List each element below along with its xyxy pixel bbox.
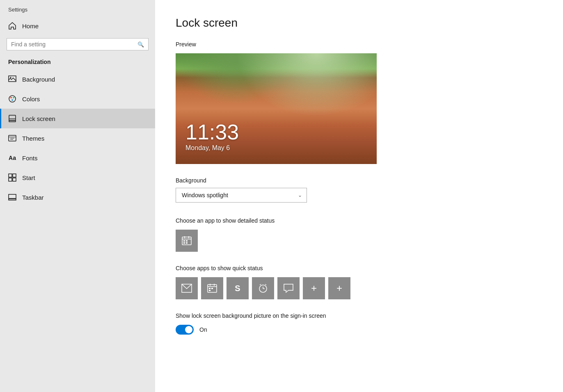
toggle-thumb	[185, 326, 192, 333]
svg-point-2	[9, 96, 16, 102]
sign-in-toggle-row: On	[176, 325, 542, 335]
background-dropdown[interactable]: Windows spotlight Picture Slideshow	[176, 188, 307, 203]
background-section: Background Windows spotlight Picture Sli…	[176, 177, 542, 203]
sidebar: Settings Home 🔍 Personalization Backgrou…	[0, 0, 155, 392]
svg-rect-26	[186, 242, 188, 244]
svg-rect-13	[9, 174, 12, 177]
svg-rect-32	[209, 288, 211, 289]
svg-point-1	[10, 77, 11, 78]
svg-rect-23	[183, 240, 185, 242]
sidebar-item-label: Start	[22, 174, 35, 181]
sidebar-item-taskbar[interactable]: Taskbar	[0, 187, 155, 207]
svg-rect-7	[9, 121, 16, 122]
svg-rect-14	[13, 174, 16, 177]
svg-rect-17	[9, 194, 16, 198]
lock-screen-icon	[8, 114, 16, 123]
alarms-app-button[interactable]	[252, 277, 274, 299]
add-app-button-1[interactable]: +	[303, 277, 325, 299]
preview-section: Preview 11:33 Monday, May 6	[176, 41, 542, 164]
sidebar-item-label: Fonts	[22, 155, 38, 162]
page-title: Lock screen	[176, 16, 542, 30]
sidebar-item-themes[interactable]: Themes	[0, 128, 155, 148]
themes-icon	[8, 134, 16, 142]
sidebar-item-home[interactable]: Home	[0, 17, 155, 35]
svg-rect-24	[186, 240, 188, 242]
mail-app-button[interactable]	[176, 277, 198, 299]
background-icon	[8, 75, 16, 83]
svg-rect-15	[9, 178, 12, 181]
quick-status-icons: S + +	[176, 277, 542, 299]
svg-line-38	[260, 284, 261, 285]
home-icon	[8, 22, 16, 30]
search-icon: 🔍	[137, 41, 144, 48]
add-app-button-2[interactable]: +	[328, 277, 350, 299]
sign-in-section: Show lock screen background picture on t…	[176, 312, 542, 335]
sidebar-item-label: Lock screen	[22, 115, 55, 122]
taskbar-icon	[8, 193, 16, 201]
search-input[interactable]	[11, 41, 134, 48]
svg-point-3	[10, 97, 12, 98]
preview-overlay: 11:33 Monday, May 6	[185, 121, 239, 152]
sign-in-toggle[interactable]	[176, 325, 194, 335]
background-label: Background	[176, 177, 542, 184]
sign-in-label: Show lock screen background picture on t…	[176, 312, 542, 319]
toggle-label: On	[199, 326, 207, 333]
quick-status-label: Choose apps to show quick status	[176, 265, 542, 271]
svg-rect-34	[209, 290, 211, 291]
quick-status-section: Choose apps to show quick status	[176, 265, 542, 299]
lock-screen-preview: 11:33 Monday, May 6	[176, 53, 377, 164]
calendar-app-button[interactable]	[176, 230, 198, 252]
svg-rect-6	[9, 115, 16, 121]
svg-rect-33	[211, 288, 213, 289]
sidebar-item-background[interactable]: Background	[0, 69, 155, 89]
sidebar-item-colors[interactable]: Colors	[0, 89, 155, 109]
main-content: Lock screen Preview 11:33 Monday, May 6 …	[155, 0, 563, 392]
sidebar-item-fonts[interactable]: Aa Fonts	[0, 148, 155, 168]
svg-rect-25	[183, 242, 185, 244]
sidebar-item-label: Themes	[22, 135, 44, 142]
preview-time: 11:33	[185, 121, 239, 143]
svg-rect-18	[9, 199, 16, 200]
calendar-quick-button[interactable]	[201, 277, 223, 299]
preview-date: Monday, May 6	[185, 144, 239, 152]
personalization-label: Personalization	[0, 55, 155, 69]
svg-rect-16	[13, 178, 16, 181]
app-title: Settings	[0, 0, 155, 17]
fonts-icon: Aa	[8, 154, 16, 162]
skype-app-button[interactable]: S	[227, 277, 249, 299]
background-dropdown-wrapper: Windows spotlight Picture Slideshow ⌄	[176, 188, 307, 203]
colors-icon	[8, 95, 16, 103]
svg-line-39	[265, 284, 266, 285]
home-label: Home	[22, 23, 39, 30]
preview-label: Preview	[176, 41, 542, 48]
detailed-status-icons	[176, 230, 542, 252]
start-icon	[8, 173, 16, 182]
sidebar-item-lock-screen[interactable]: Lock screen	[0, 109, 155, 128]
sidebar-item-label: Background	[22, 76, 55, 83]
detailed-status-label: Choose an app to show detailed status	[176, 217, 542, 224]
messaging-app-button[interactable]	[277, 277, 300, 299]
svg-point-5	[11, 99, 13, 101]
sidebar-item-start[interactable]: Start	[0, 168, 155, 187]
sidebar-item-label: Colors	[22, 96, 40, 103]
detailed-status-section: Choose an app to show detailed status	[176, 217, 542, 252]
sidebar-item-label: Taskbar	[22, 194, 44, 201]
svg-point-4	[13, 97, 14, 98]
search-box: 🔍	[7, 38, 149, 50]
